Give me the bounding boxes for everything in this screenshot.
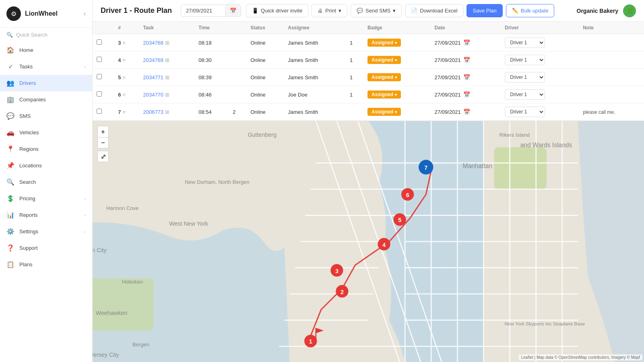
status-badge[interactable]: Assigned ▾ [367,108,401,116]
save-plan-button[interactable]: Save Plan [466,4,502,17]
sidebar-item-drivers[interactable]: 👥 Drivers [0,75,92,91]
quick-search[interactable]: 🔍 Quick Search [0,28,92,42]
status-badge[interactable]: Assigned ▾ [367,90,401,99]
task-icon: ⊞ [165,74,169,80]
date-calendar-icon[interactable]: 📅 [463,39,470,46]
fullscreen-button[interactable]: ⤢ [97,151,109,162]
packages-cell [229,69,246,86]
row-number: 4 [118,57,121,63]
task-link[interactable]: 2034769 [143,57,163,63]
row-checkbox[interactable] [97,74,102,79]
date-calendar-icon[interactable]: 📅 [463,109,470,115]
date-calendar-icon[interactable]: 📅 [463,74,470,80]
task-id-cell[interactable]: 2034771 ⊞ [139,69,194,86]
driver-cell[interactable]: Driver 1 [501,103,579,121]
badge-cell[interactable]: Assigned ▾ [363,86,431,103]
task-link[interactable]: 2034768 [143,40,163,46]
date-picker[interactable]: 📅 [181,4,241,17]
row-checkbox-cell[interactable] [93,34,114,51]
svg-rect-2 [93,278,153,331]
row-checkbox[interactable] [97,109,102,114]
row-number: 5 [118,74,121,80]
status-badge[interactable]: Assigned ▾ [367,73,401,81]
zoom-in-button[interactable]: + [97,126,109,137]
sidebar-item-home[interactable]: 🏠 Home [0,42,92,58]
status-badge[interactable]: Assigned ▾ [367,56,401,64]
task-link[interactable]: 2034770 [143,92,163,98]
badge-arrow-icon: ▾ [395,110,397,114]
sidebar-label-settings: Settings [19,228,79,234]
sidebar-item-locations[interactable]: 📌 Locations [0,157,92,174]
col-status: Status [246,22,284,34]
badge-cell[interactable]: Assigned ▾ [363,103,431,121]
row-checkbox-cell[interactable] [93,103,114,121]
date-calendar-icon[interactable]: 📅 [463,57,470,63]
global-topbar: Driver 1 - Route Plan 📅 📱 Quick driver i… [93,0,644,22]
driver-cell[interactable]: Driver 1 [501,51,579,69]
sidebar-label-drivers: Drivers [19,80,86,86]
sidebar-item-reports[interactable]: 📊 Reports › [0,207,92,223]
sidebar-item-pricing[interactable]: 💲 Pricing › [0,190,92,207]
row-checkbox[interactable] [97,91,102,97]
sidebar-item-tasks[interactable]: ✓ Tasks › [0,58,92,75]
driver-select[interactable]: Driver 1 [505,37,545,48]
sidebar-item-regions[interactable]: 📍 Regions [0,141,92,157]
sidebar-item-companies[interactable]: 🏢 Companies [0,91,92,108]
home-icon: 🏠 [6,46,14,54]
row-num-cell: 5 ≡ [114,69,139,86]
download-excel-button[interactable]: 📄 Download Excel [405,4,463,17]
send-sms-button[interactable]: 💬 Send SMS ▾ [351,4,402,17]
driver-select[interactable]: Driver 1 [505,89,545,100]
driver-cell[interactable]: Driver 1 [501,34,579,51]
task-link[interactable]: 2006773 [143,109,163,115]
sidebar-back-button[interactable]: ‹ [84,10,86,17]
drag-icon: ≡ [122,57,126,63]
status-badge[interactable]: Assigned ▾ [367,39,401,47]
row-checkbox-cell[interactable] [93,51,114,69]
driver-select[interactable]: Driver 1 [505,55,545,65]
badge-cell[interactable]: Assigned ▾ [363,34,431,51]
sidebar-item-search[interactable]: 🔍 Search [0,174,92,190]
bulk-update-button[interactable]: ✏️ Bulk update [506,4,555,17]
sidebar-item-sms[interactable]: 💬 SMS [0,108,92,124]
sidebar-item-settings[interactable]: ⚙️ Settings › [0,223,92,240]
org-name: Organic Bakery [577,8,619,14]
sidebar-item-support[interactable]: ❓ Support [0,240,92,256]
row-checkbox[interactable] [97,57,102,62]
row-checkbox-cell[interactable] [93,86,114,103]
chevron-right-icon: › [84,196,86,201]
date-input[interactable] [181,5,225,16]
time-cell: 08:30 [194,51,229,69]
badge-cell[interactable]: Assigned ▾ [363,51,431,69]
quick-driver-invite-button[interactable]: 📱 Quick driver invite [246,4,308,17]
date-cell: 27/09/2021 📅 [431,69,501,86]
task-id-cell[interactable]: 2006773 ⊞ [139,103,194,121]
sidebar-item-plans[interactable]: 📋 Plans [0,256,92,273]
reports-icon: 📊 [6,211,14,219]
zoom-out-button[interactable]: − [97,137,109,148]
print-button[interactable]: 🖨 Print ▾ [312,4,347,17]
driver-cell[interactable]: Driver 1 [501,69,579,86]
date-cell: 27/09/2021 📅 [431,51,501,69]
task-link[interactable]: 2034771 [143,74,163,80]
driver-select[interactable]: Driver 1 [505,72,545,82]
drag-icon: ≡ [122,92,126,98]
col-pkg [229,22,246,34]
date-calendar-icon[interactable]: 📅 [463,91,470,98]
badge-arrow-icon: ▾ [395,93,397,97]
svg-text:Hoboken: Hoboken [122,279,143,285]
task-id-cell[interactable]: 2034770 ⊞ [139,86,194,103]
row-checkbox-cell[interactable] [93,69,114,86]
task-date: 27/09/2021 [435,74,461,80]
map-pin-3: 3 [330,264,343,276]
sidebar-item-vehicles[interactable]: 🚗 Vehicles [0,124,92,141]
sidebar-logo: ⚙ LionWheel ‹ [0,0,92,28]
driver-select[interactable]: Driver 1 [505,107,545,117]
calendar-button[interactable]: 📅 [225,5,241,16]
map-pin-2: 2 [336,285,348,298]
driver-cell[interactable]: Driver 1 [501,86,579,103]
task-id-cell[interactable]: 2034768 ⊞ [139,34,194,51]
row-checkbox[interactable] [97,39,102,45]
task-id-cell[interactable]: 2034769 ⊞ [139,51,194,69]
badge-cell[interactable]: Assigned ▾ [363,69,431,86]
